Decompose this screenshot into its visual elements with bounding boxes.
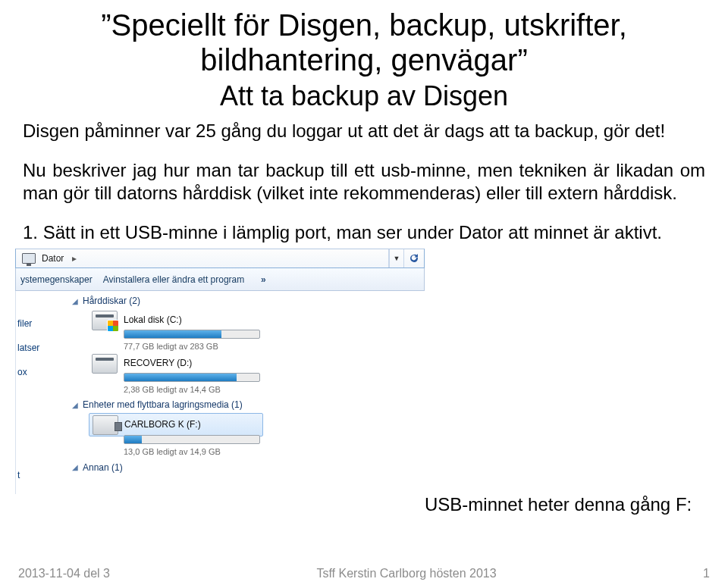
toolbar-overflow[interactable]: » (255, 274, 271, 285)
usb-caption: USB-minnet heter denna gång F: (425, 494, 692, 515)
group-label: Enheter med flyttbara lagringsmedia (1) (83, 399, 243, 410)
slide-subtitle: Att ta backup av Disgen (23, 80, 705, 112)
drive-name: CARLBORG K (F:) (124, 420, 201, 430)
refresh-button[interactable] (404, 249, 424, 267)
drive-name: Lokal disk (C:) (124, 315, 182, 326)
capacity-bar-c (124, 330, 260, 339)
explorer-body: filer latser ox t ◢ Hårddiskar (2) Lokal… (15, 291, 425, 494)
group-other: ◢ Annan (1) (72, 462, 425, 473)
paragraph-2: Nu beskriver jag hur man tar backup till… (23, 159, 705, 205)
nav-item[interactable]: filer (17, 318, 57, 329)
breadcrumb-label: Dator (42, 253, 64, 264)
group-label: Annan (1) (83, 462, 123, 473)
footer-right: 1 (703, 567, 710, 580)
toolbar-item-uninstall[interactable]: Avinstallera eller ändra ett program (103, 274, 245, 285)
capacity-bar-d (124, 373, 260, 382)
drive-free: 13,0 GB ledigt av 14,9 GB (124, 447, 221, 457)
group-header[interactable]: ◢ Hårddiskar (2) (72, 296, 425, 306)
breadcrumb-dropdown[interactable]: ▼ (389, 249, 404, 267)
caret-icon: ◢ (72, 401, 78, 409)
paragraph-1: Disgen påminner var 25 gång du loggar ut… (23, 120, 705, 142)
group-header[interactable]: ◢ Enheter med flyttbara lagringsmedia (1… (72, 399, 425, 410)
capacity-fill (124, 330, 221, 338)
group-header[interactable]: ◢ Annan (1) (72, 462, 425, 473)
chevron-right-icon: ▸ (68, 253, 80, 264)
capacity-fill (124, 436, 142, 443)
drive-f[interactable]: CARLBORG K (F:) (89, 413, 263, 436)
group-label: Hårddiskar (2) (83, 296, 140, 306)
refresh-icon (408, 252, 420, 264)
usb-drive-icon (93, 415, 118, 435)
footer-left: 2013-11-04 del 3 (18, 567, 110, 580)
title-line-2: bildhantering, genvägar” (200, 43, 527, 77)
explorer-toolbar: ystemegenskaper Avinstallera eller ändra… (15, 268, 425, 291)
drive-d[interactable]: RECOVERY (D:) (72, 352, 425, 374)
drive-free: 77,7 GB ledigt av 283 GB (124, 342, 218, 352)
breadcrumb[interactable]: Dator ▸ (16, 249, 389, 267)
group-removable: ◢ Enheter med flyttbara lagringsmedia (1… (72, 399, 425, 458)
hard-drive-icon (92, 311, 118, 330)
drive-list: ◢ Hårddiskar (2) Lokal disk (C:) 77,7 GB… (60, 291, 425, 494)
document-page: ”Speciellt för Disgen, backup, utskrifte… (0, 0, 728, 494)
title-line-1: ”Speciellt för Disgen, backup, utskrifte… (101, 8, 627, 42)
nav-item[interactable]: latser (17, 343, 57, 353)
explorer-screenshot: Dator ▸ ▼ ystemegenskaper Avinstallera e… (15, 249, 425, 494)
footer-center: Tsff Kerstin Carlborg hösten 2013 (316, 567, 496, 580)
toolbar-item-system-properties[interactable]: ystemegenskaper (20, 274, 93, 285)
group-harddisks: ◢ Hårddiskar (2) Lokal disk (C:) 77,7 GB… (72, 296, 425, 395)
slide-title: ”Speciellt för Disgen, backup, utskrifte… (23, 8, 705, 77)
drive-free: 2,38 GB ledigt av 14,4 GB (124, 385, 221, 395)
capacity-bar-f (124, 435, 260, 444)
computer-icon (22, 253, 36, 264)
nav-item[interactable]: ox (17, 367, 57, 377)
chevron-down-icon: ▼ (394, 255, 400, 262)
drive-name: RECOVERY (D:) (124, 358, 192, 369)
nav-pane: filer latser ox t (16, 291, 60, 494)
capacity-fill (124, 374, 237, 381)
hard-drive-icon (92, 354, 118, 374)
caret-icon: ◢ (72, 297, 78, 305)
breadcrumb-bar: Dator ▸ ▼ (15, 249, 425, 268)
slide-footer: 2013-11-04 del 3 Tsff Kerstin Carlborg h… (0, 567, 728, 580)
drive-c[interactable]: Lokal disk (C:) (72, 309, 425, 331)
paragraph-3: 1. Sätt in ett USB-minne i lämplig port,… (23, 221, 705, 244)
caret-icon: ◢ (72, 463, 78, 471)
nav-item[interactable]: t (17, 470, 57, 480)
